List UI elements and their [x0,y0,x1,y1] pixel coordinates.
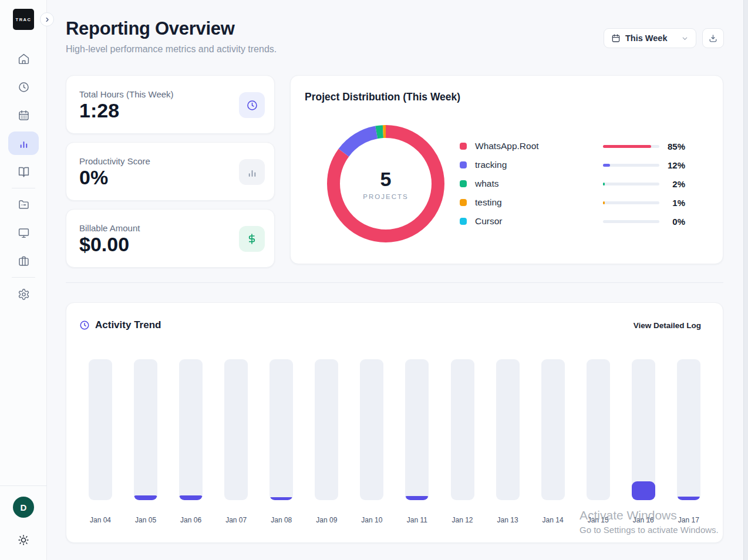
metric-card-billable-amount: Billable Amount$0.00 [66,209,275,268]
bar-chart-icon [18,137,30,150]
legend-color-dot [460,161,467,168]
theme-toggle-sun-icon[interactable] [18,534,29,546]
legend-project-name: tracking [475,160,507,170]
chevron-down-icon [681,35,689,42]
sidebar-divider [12,277,35,278]
project-legend: WhatsApp.Root85%tracking12%whats2%testin… [460,137,685,231]
activity-day-column: Jan 06 [179,359,203,524]
activity-day-column: Jan 15 [587,359,610,524]
project-distribution-title: Project Distribution (This Week) [305,91,460,103]
date-range-select[interactable]: This Week [604,28,696,48]
activity-day-column: Jan 11 [405,359,429,524]
settings-icon [18,288,30,301]
activity-bar-fill [269,497,293,500]
activity-bar-track[interactable] [496,359,520,500]
dollar-icon [239,226,265,252]
activity-day-label: Jan 11 [407,516,427,524]
activity-bar-track[interactable] [89,359,112,500]
legend-row: Cursor0% [460,212,685,231]
activity-bar-track[interactable] [224,359,248,500]
date-range-value: This Week [625,33,667,43]
activity-bar-track[interactable] [677,359,700,500]
page-subtitle: High-level performance metrics and activ… [66,44,277,55]
activity-bar-track[interactable] [134,359,157,500]
metric-card-total-hours: Total Hours (This Week)1:28 [66,75,275,134]
activity-day-label: Jan 10 [361,516,382,524]
activity-day-label: Jan 09 [316,516,337,524]
app-logo[interactable]: TRAC [13,9,34,30]
bar-chart-icon [239,159,265,185]
activity-bar-track[interactable] [315,359,338,500]
activity-bar-track[interactable] [632,359,655,500]
page-title: Reporting Overview [66,18,234,39]
legend-progress-bar [603,201,659,204]
metric-value: 1:28 [79,100,119,120]
activity-day-column: Jan 17 [677,359,700,524]
metric-label: Productivity Score [79,156,150,166]
activity-trend-title: Activity Trend [95,319,161,331]
legend-color-dot [460,199,467,206]
project-donut-chart: 5 PROJECTS [324,122,447,245]
legend-progress-bar [603,164,659,167]
sidebar-item-clock[interactable] [8,75,39,99]
metric-value: $0.00 [79,234,129,254]
sidebar-item-settings[interactable] [8,282,39,306]
app-window: TRAC D Reporting Overview High-level per… [0,0,748,560]
scrollbar[interactable] [743,0,748,560]
activity-bar-track[interactable] [269,359,293,500]
activity-day-label: Jan 17 [678,516,699,524]
activity-bar-track[interactable] [405,359,429,500]
legend-percent: 2% [659,179,685,189]
home-icon [18,53,30,65]
clock-icon [18,81,30,93]
sidebar-item-monitor[interactable] [8,221,39,244]
activity-bar-fill [179,495,203,500]
legend-percent: 0% [659,217,685,227]
sidebar-item-book-open[interactable] [8,160,39,183]
sidebar-item-briefcase[interactable] [8,249,39,272]
sidebar-collapse-button[interactable] [40,12,54,26]
activity-bar-fill [632,481,655,500]
activity-bar-track[interactable] [451,359,474,500]
activity-bar-track[interactable] [587,359,610,500]
donut-center-value: 5 [380,168,392,191]
activity-bar-track[interactable] [541,359,565,500]
clock-icon [239,92,265,118]
sidebar-divider [12,188,35,188]
activity-bar-track[interactable] [179,359,203,500]
donut-center-label: PROJECTS [363,193,408,200]
legend-project-name: Cursor [475,216,503,227]
legend-row: whats2% [460,174,685,193]
activity-day-label: Jan 14 [543,516,564,524]
activity-bar-fill [677,497,700,500]
legend-color-dot [460,218,467,225]
legend-project-name: testing [475,197,502,208]
activity-bar-chart: Jan 04Jan 05Jan 06Jan 07Jan 08Jan 09Jan … [89,359,700,524]
activity-trend-card: Activity Trend View Detailed Log Jan 04J… [66,302,723,543]
activity-day-column: Jan 08 [269,359,293,524]
activity-day-label: Jan 04 [90,516,111,524]
activity-bar-fill [134,495,157,500]
legend-progress-bar [603,145,659,148]
legend-percent: 1% [659,198,685,208]
activity-day-column: Jan 16 [632,359,655,524]
user-avatar[interactable]: D [13,497,34,518]
sidebar-item-folder[interactable] [8,193,39,216]
download-icon [708,33,718,43]
metric-card-productivity-score: Productivity Score0% [66,142,275,201]
project-distribution-card: Project Distribution (This Week) 5 PROJE… [290,75,723,264]
activity-bar-track[interactable] [360,359,383,500]
legend-row: tracking12% [460,156,685,174]
legend-percent: 12% [659,160,685,170]
sidebar-item-calendar[interactable] [8,103,39,127]
sidebar: TRAC D [0,0,47,560]
activity-day-column: Jan 09 [315,359,338,524]
sidebar-bottom-divider [0,485,47,486]
sidebar-item-home[interactable] [8,47,39,70]
metric-label: Billable Amount [79,223,140,233]
view-detailed-log-link[interactable]: View Detailed Log [634,321,701,330]
book-open-icon [18,166,30,178]
activity-day-label: Jan 05 [135,516,156,524]
sidebar-item-bar-chart[interactable] [8,131,39,155]
download-report-button[interactable] [702,28,724,48]
